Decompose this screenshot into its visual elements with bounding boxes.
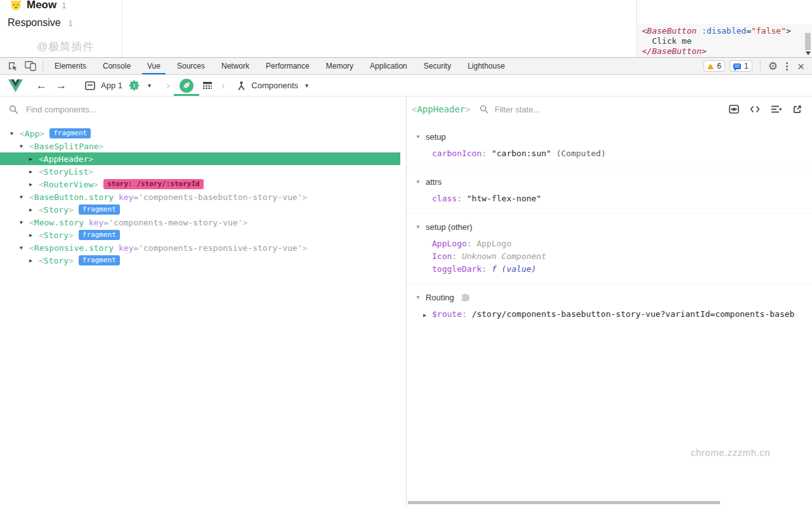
field-colon: :: [462, 309, 472, 319]
state-field[interactable]: toggleDark: f (value): [423, 263, 812, 276]
devtools-tab-console[interactable]: Console: [95, 58, 139, 74]
section-header[interactable]: ▼attrs: [407, 175, 812, 189]
collapsed-arrow-icon: ▶: [29, 232, 39, 238]
devtools-tab-elements[interactable]: Elements: [46, 58, 95, 74]
section-header[interactable]: ▼Routing: [407, 290, 812, 304]
component-tag: Story: [44, 205, 69, 215]
cat-emoji-icon: [10, 0, 22, 11]
tree-row[interactable]: ▼<BaseButton.story key='components-baseb…: [0, 190, 400, 203]
state-section: ▼setupcarbonIcon: "carbon:sun" (Computed…: [407, 123, 812, 168]
collapsed-arrow-icon: ▶: [423, 309, 432, 321]
field-colon: :: [481, 264, 492, 274]
warnings-badge[interactable]: 6: [704, 60, 725, 72]
collapse-list-icon[interactable]: [771, 105, 782, 114]
breadcrumb-chevron-icon: ›: [166, 80, 170, 91]
components-inspector-tab[interactable]: [174, 75, 199, 96]
space: [84, 218, 89, 227]
tree-row[interactable]: ▼<App>fragment: [0, 127, 400, 140]
inspect-element-icon[interactable]: [4, 58, 22, 74]
component-tag: StoryList: [44, 167, 88, 177]
devtools-tab-list: ElementsConsoleVueSourcesNetworkPerforma…: [46, 58, 513, 74]
attr-value: 'components-basebutton-story-vue': [138, 192, 302, 202]
close-bracket: >: [69, 205, 74, 215]
state-field[interactable]: ▶$route: /story/components-basebutton-st…: [423, 308, 812, 321]
devtools-tab-sources[interactable]: Sources: [169, 58, 213, 74]
field-value: f (value): [492, 264, 536, 274]
section-label: setup (other): [426, 222, 473, 232]
devtools-tab-lighthouse[interactable]: Lighthouse: [459, 58, 513, 74]
section-header[interactable]: ▼setup (other): [407, 220, 812, 234]
state-field[interactable]: carbonIcon: "carbon:sun" (Computed): [423, 147, 812, 160]
timeline-icon[interactable]: [202, 81, 213, 90]
scroll-to-component-icon[interactable]: [729, 105, 739, 114]
close-bracket: >: [39, 129, 44, 138]
component-tag: AppHeader: [44, 154, 88, 164]
app-dropdown-caret-icon[interactable]: ▾: [148, 82, 151, 89]
open-in-editor-icon[interactable]: [792, 105, 802, 114]
page-background: Meow 1 Responsive 1 @极简插件 <BaseButton :d…: [0, 0, 812, 57]
inspector-actions: [729, 105, 802, 114]
horizontal-scrollbar-thumb[interactable]: [408, 501, 720, 504]
code-line-2: Click me: [642, 36, 691, 46]
state-field[interactable]: AppLogo: AppLogo: [423, 237, 812, 250]
expanded-arrow-icon: ▼: [20, 220, 29, 225]
close-bracket: >: [88, 167, 93, 177]
inspect-dom-icon[interactable]: [750, 105, 760, 114]
tree-row[interactable]: ▶<AppHeader>: [0, 152, 400, 165]
find-components-input[interactable]: [25, 104, 294, 115]
field-list: class: "htw-flex-none": [407, 189, 812, 205]
sidebar-item-responsive[interactable]: Responsive 1: [8, 17, 73, 29]
code-scroll-down-icon[interactable]: [806, 51, 811, 55]
forward-arrow-icon[interactable]: →: [56, 80, 67, 91]
devtools-tab-performance[interactable]: Performance: [258, 58, 318, 74]
code-line-3: </BaseButton>: [642, 46, 707, 56]
collapsed-arrow-icon: ▶: [29, 182, 39, 187]
devtools-tab-memory[interactable]: Memory: [318, 58, 362, 74]
state-field[interactable]: Icon: Unknown Component: [423, 250, 812, 263]
open-bracket: <: [39, 256, 44, 265]
tree-row[interactable]: ▶<RouterView>story: /story/:storyId: [0, 178, 400, 190]
open-bracket: <: [29, 192, 34, 202]
section-header[interactable]: ▼setup: [407, 130, 812, 144]
tree-row[interactable]: ▼<Responsive.story key='components-respo…: [0, 241, 400, 254]
expanded-arrow-icon: ▼: [20, 144, 29, 149]
open-bracket: <: [39, 231, 44, 240]
state-sections: ▼setupcarbonIcon: "carbon:sun" (Computed…: [407, 122, 812, 328]
issues-badge[interactable]: 1: [730, 60, 752, 72]
tree-row[interactable]: ▶<StoryList>: [0, 165, 400, 178]
devtools-tab-vue[interactable]: Vue: [139, 58, 169, 74]
blue-badge: fragment: [79, 204, 120, 215]
devtools-tab-application[interactable]: Application: [362, 58, 416, 74]
expanded-arrow-icon: ▼: [10, 131, 20, 137]
tree-row[interactable]: ▼<BaseSplitPane>: [0, 140, 400, 152]
filter-state-input[interactable]: [494, 104, 686, 115]
devtools-tab-network[interactable]: Network: [213, 58, 258, 74]
expanded-arrow-icon: ▼: [416, 224, 421, 230]
code-scrollbar-thumb[interactable]: [805, 33, 811, 50]
devtools-tab-security[interactable]: Security: [416, 58, 459, 74]
expanded-arrow-icon: ▼: [416, 134, 421, 140]
tree-row[interactable]: ▶<Story>fragment: [0, 254, 400, 267]
more-menu-icon[interactable]: [782, 62, 792, 70]
state-field[interactable]: class: "htw-flex-none": [423, 192, 812, 205]
back-arrow-icon[interactable]: ←: [36, 80, 47, 91]
code-line-1: <BaseButton :disabled="false">: [642, 26, 791, 36]
inspector-dropdown-caret-icon[interactable]: ▾: [305, 82, 308, 89]
app-frame-icon[interactable]: [85, 81, 95, 90]
sidebar-item-meow[interactable]: Meow 1: [10, 0, 66, 11]
settings-gear-icon[interactable]: ⚙: [768, 61, 778, 72]
expanded-arrow-icon: ▼: [416, 179, 421, 185]
device-toolbar-icon[interactable]: [22, 58, 39, 74]
space: [114, 243, 119, 253]
tree-row[interactable]: ▶<Story>fragment: [0, 203, 400, 216]
blue-badge: fragment: [79, 255, 120, 265]
tree-row[interactable]: ▼<Meow.story key='components-meow-story-…: [0, 216, 400, 229]
app-selector-label[interactable]: App 1: [101, 81, 122, 90]
close-icon[interactable]: ×: [796, 60, 806, 72]
open-bracket: <: [39, 180, 44, 189]
inspector-selector-label[interactable]: Components: [251, 81, 298, 90]
tree-row[interactable]: ▶<Story>fragment: [0, 229, 400, 241]
field-colon: :: [457, 194, 467, 203]
section-label: Routing: [426, 293, 454, 302]
warning-count: 6: [717, 62, 721, 70]
